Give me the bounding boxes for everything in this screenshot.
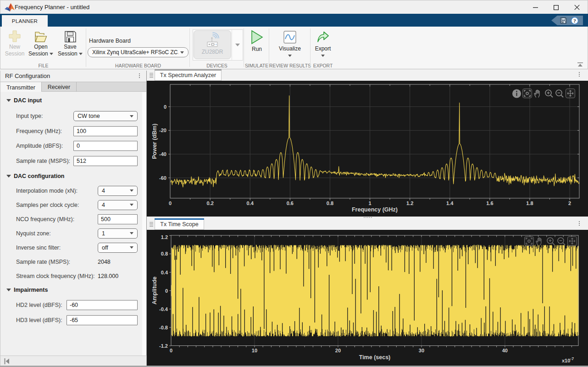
form-row: Samples per clock cycle:4 bbox=[0, 200, 146, 210]
form-row: Interpolation mode (xN):4 bbox=[0, 186, 146, 196]
interpolation-mode-dropdown[interactable]: 4 bbox=[98, 186, 138, 196]
close-button[interactable] bbox=[566, 0, 587, 14]
visualize-dropdown-icon bbox=[288, 55, 292, 57]
section-review-results: Visualize REVIEW RESULTS bbox=[269, 27, 311, 69]
button-label: Session bbox=[58, 50, 83, 57]
field-label: NCO frequency (MHz): bbox=[16, 216, 98, 222]
tick-label: 1.6 bbox=[486, 200, 493, 206]
tab-tx-spectrum-analyzer[interactable]: Tx Spectrum Analyzer bbox=[155, 69, 222, 81]
button-label: Run bbox=[252, 46, 262, 53]
export-button[interactable]: Export bbox=[313, 30, 333, 57]
input-type-dropdown[interactable]: CW tone bbox=[73, 111, 138, 121]
tick-label: -20 bbox=[159, 128, 166, 133]
minimize-button[interactable] bbox=[525, 0, 546, 14]
group-header-dac-configuration[interactable]: DAC configuration bbox=[0, 172, 146, 180]
form-row: Stream clock frequency (MHz):128.000 bbox=[0, 271, 146, 281]
collapse-toolstrip-icon[interactable] bbox=[577, 62, 584, 67]
timescope-plot-toolbar bbox=[524, 236, 577, 246]
dropdown-value: Xilinx Zynq UltraScale+ RFSoC ZC... bbox=[92, 49, 178, 56]
sample-rate-field[interactable] bbox=[73, 156, 138, 166]
run-button[interactable]: Run bbox=[247, 30, 266, 53]
pan-icon[interactable] bbox=[533, 89, 543, 98]
spectrum-menu-icon[interactable] bbox=[578, 72, 580, 78]
timescope-trace bbox=[172, 245, 579, 336]
hd3-level-field[interactable] bbox=[67, 315, 138, 325]
pan-icon[interactable] bbox=[535, 236, 545, 246]
field-label: Amplitude (dBFS): bbox=[16, 143, 73, 149]
chevron-down-icon bbox=[130, 246, 133, 249]
spectrum-chart[interactable]: 0-20-40-6000.20.40.60.811.21.41.61.82Fre… bbox=[147, 81, 588, 217]
panel-menu-icon[interactable] bbox=[139, 73, 140, 80]
samples-per-clock-dropdown[interactable]: 4 bbox=[98, 200, 138, 210]
hd2-level-field[interactable] bbox=[67, 300, 138, 310]
field-label: Sample rate (MSPS): bbox=[16, 158, 73, 164]
group-header-dac-input[interactable]: DAC input bbox=[0, 96, 146, 105]
zoom-out-icon[interactable] bbox=[557, 236, 566, 246]
tick-label: -0.4 bbox=[159, 306, 168, 312]
tab-receiver[interactable]: Receiver bbox=[42, 82, 77, 92]
tone-frequency-field[interactable] bbox=[73, 126, 138, 136]
tab-transmitter[interactable]: Transmitter bbox=[0, 82, 42, 93]
collapse-group-icon bbox=[6, 99, 11, 102]
form-row: HD2 level (dBFS): bbox=[0, 300, 146, 310]
amplitude-field[interactable] bbox=[73, 141, 138, 151]
timescope-tab-bar: Tx Time Scope bbox=[147, 218, 588, 230]
device-item-zu28dr: ZU28DR bbox=[194, 30, 231, 59]
zoom-out-icon[interactable] bbox=[555, 89, 565, 98]
group-header-impairments[interactable]: Impairments bbox=[0, 286, 146, 294]
export-dropdown-icon bbox=[321, 55, 325, 57]
inverse-sinc-filter-dropdown[interactable]: off bbox=[98, 243, 138, 253]
tab-overflow-icon[interactable] bbox=[148, 220, 154, 228]
timescope-menu-icon[interactable] bbox=[578, 221, 580, 228]
tick-label: 1.4 bbox=[446, 200, 454, 206]
help-icon[interactable]: ? bbox=[571, 17, 578, 24]
timescope-chart[interactable]: 1.20.80.40-0.4-0.8-1.2010203040Time (sec… bbox=[147, 230, 588, 367]
datatip-icon[interactable] bbox=[522, 89, 532, 98]
zoom-in-icon[interactable] bbox=[546, 236, 555, 246]
open-session-dropdown-icon bbox=[50, 53, 53, 55]
tick-label: 0.8 bbox=[327, 200, 333, 206]
y-axis-label: Power (dBm) bbox=[151, 123, 158, 159]
fit-view-icon[interactable] bbox=[567, 236, 577, 246]
form-row: Sample rate (MSPS):2048 bbox=[0, 257, 146, 267]
close-icon bbox=[574, 5, 580, 10]
nco-frequency-field[interactable] bbox=[98, 214, 138, 224]
collapse-group-icon bbox=[6, 289, 11, 291]
tab-planner[interactable]: PLANNER bbox=[2, 15, 48, 27]
form-row: Amplitude (dBFS): bbox=[0, 141, 146, 151]
zoom-in-icon[interactable] bbox=[544, 89, 554, 98]
form-row: Inverse sinc filter:off bbox=[0, 243, 146, 253]
hardware-board-dropdown[interactable]: Xilinx Zynq UltraScale+ RFSoC ZC... bbox=[88, 47, 189, 57]
save-session-button[interactable]: Save Session bbox=[56, 30, 84, 57]
maximize-icon bbox=[554, 5, 559, 10]
save-icon[interactable] bbox=[560, 17, 567, 24]
devices-gallery-dropdown[interactable] bbox=[232, 30, 243, 60]
spectrum-plot-toolbar bbox=[512, 89, 576, 98]
nyquist-zone-dropdown[interactable]: 1 bbox=[98, 228, 138, 239]
form-row: Sample rate (MSPS): bbox=[0, 156, 146, 166]
tick-label: -60 bbox=[159, 175, 166, 181]
x-axis-label: Time (secs) bbox=[359, 354, 391, 361]
chevron-down-icon bbox=[130, 232, 133, 234]
rf-configuration-panel: RF Configuration Transmitter Receiver DA… bbox=[0, 71, 147, 367]
ribbon-tab-band: PLANNER ? bbox=[0, 14, 588, 27]
tab-overflow-icon[interactable] bbox=[148, 71, 154, 79]
fit-view-icon[interactable] bbox=[566, 89, 575, 98]
tick-label: -40 bbox=[159, 151, 166, 157]
collapse-panel-icon[interactable] bbox=[4, 358, 10, 364]
field-label: Nyquist zone: bbox=[16, 230, 98, 237]
visualize-button[interactable]: Visualize bbox=[275, 30, 305, 57]
form-row: Frequency (MHz): bbox=[0, 126, 146, 136]
tab-tx-time-scope[interactable]: Tx Time Scope bbox=[155, 218, 204, 230]
form-row: Nyquist zone:1 bbox=[0, 228, 146, 239]
open-session-button[interactable]: Open Session bbox=[27, 30, 55, 57]
maximize-button[interactable] bbox=[546, 0, 566, 14]
datatip-icon[interactable] bbox=[524, 236, 534, 246]
tick-label: 40 bbox=[502, 348, 508, 353]
new-session-icon bbox=[8, 30, 21, 44]
field-label: Frequency (MHz): bbox=[16, 128, 73, 134]
button-label: New bbox=[9, 44, 20, 50]
info-icon[interactable] bbox=[512, 89, 521, 98]
panel-form: DAC inputInput type:CW toneFrequency (MH… bbox=[0, 92, 146, 356]
tab-title: Tx Spectrum Analyzer bbox=[160, 72, 216, 78]
